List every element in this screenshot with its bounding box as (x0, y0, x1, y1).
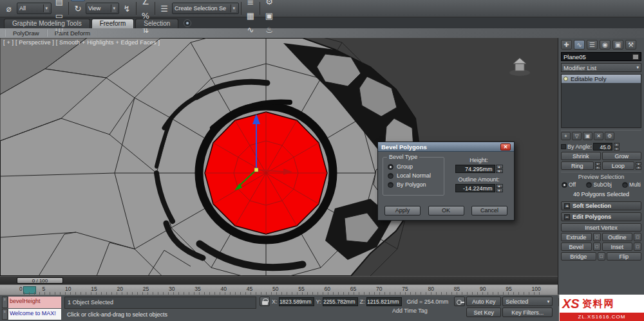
soft-selection-rollout[interactable]: + Soft Selection (561, 201, 641, 210)
ring-button[interactable]: Ring (561, 161, 594, 170)
key-mode-dropdown[interactable]: Selected ▾ (502, 297, 553, 306)
radio-icon[interactable] (388, 182, 393, 188)
selection-filter-dropdown[interactable]: All ▾ (17, 3, 52, 14)
dialog-titlebar[interactable]: Bevel Polygons ✕ (378, 142, 514, 152)
plus-icon[interactable]: + (564, 203, 570, 209)
layer-manager-icon[interactable]: ≣ (243, 0, 258, 8)
bridge-settings-icon[interactable]: □ (598, 252, 605, 261)
radio-icon[interactable] (388, 164, 393, 170)
graphite-ribbon-icon[interactable]: ▦ (243, 8, 258, 23)
coord-z-input[interactable]: 1215.821mm (366, 297, 402, 306)
motion-tab-icon[interactable]: ◉ (600, 40, 611, 50)
named-selection-set-dropdown[interactable]: Create Selection Se ▾ (172, 3, 239, 14)
preview-off-option[interactable]: Off (562, 181, 576, 188)
curve-editor-icon[interactable]: ∿ (243, 23, 258, 37)
set-key-button[interactable]: Set Key (466, 307, 501, 317)
bevel-settings-icon[interactable]: □ (593, 243, 601, 251)
selection-lock-icon[interactable] (260, 297, 270, 306)
listener-macro-line[interactable]: bevelHeight (8, 297, 61, 308)
auto-key-button[interactable]: Auto Key (466, 297, 501, 306)
bevel-button[interactable]: Bevel (561, 243, 592, 251)
outline-amount-input[interactable]: -14.224mm (455, 184, 495, 192)
preview-subobj-option[interactable]: SubObj (586, 181, 611, 188)
radio-icon[interactable] (586, 182, 592, 188)
apply-button[interactable]: Apply (384, 206, 421, 216)
tab-freeform[interactable]: Freeform (91, 19, 135, 28)
inset-settings-icon[interactable]: □ (634, 243, 641, 251)
remove-modifier-icon[interactable]: ✕ (594, 132, 603, 140)
height-input[interactable]: 74.295mm (455, 165, 495, 173)
cancel-button[interactable]: Cancel (471, 206, 507, 216)
extrude-settings-icon[interactable]: □ (593, 233, 601, 241)
lightbulb-icon[interactable] (564, 77, 568, 81)
listener-output-line[interactable]: Welcome to MAX! (8, 309, 61, 320)
make-unique-icon[interactable]: ▣ (583, 132, 592, 140)
radio-local-normal[interactable]: Local Normal (388, 172, 439, 179)
render-setup-icon[interactable]: ⚙ (262, 0, 276, 8)
reference-coordinate-dropdown[interactable]: View ▾ (86, 3, 119, 14)
listener-macro-button[interactable]: ≡ (2, 297, 8, 308)
key-filters-button[interactable]: Key Filters... (502, 307, 553, 317)
perspective-viewport[interactable]: [ + ] [ Perspective ] [ Smooth + Highlig… (0, 38, 558, 276)
select-by-name-icon[interactable]: ▤ (52, 0, 66, 8)
radio-icon[interactable] (622, 182, 628, 188)
object-color-swatch[interactable] (632, 54, 639, 60)
extrude-button[interactable]: Extrude (561, 233, 592, 241)
utilities-tab-icon[interactable]: ⚒ (625, 40, 636, 50)
pin-stack-icon[interactable]: ⌖ (561, 132, 571, 140)
flip-button[interactable]: Flip (607, 252, 642, 261)
set-keys-icon[interactable] (454, 297, 465, 306)
create-tab-icon[interactable]: ✚ (561, 40, 572, 50)
modifier-list-dropdown[interactable]: Modifier List ▾ (561, 63, 641, 72)
maxscript-mini-listener[interactable]: ≡ ≡ bevelHeight Welcome to MAX! (2, 297, 61, 320)
add-time-tag[interactable]: Add Time Tag (392, 307, 428, 314)
configure-modifier-sets-icon[interactable]: ⚙ (605, 132, 614, 140)
edit-named-selection-sets-icon[interactable]: ☰ (157, 1, 171, 15)
outline-settings-icon[interactable]: □ (634, 233, 641, 241)
timeline-ruler[interactable]: 0510152025303540455055606570758085909510… (0, 284, 558, 295)
radio-group[interactable]: Group (388, 163, 439, 170)
coord-y-input[interactable]: 2255.782mm (323, 297, 358, 306)
by-angle-checkbox[interactable] (561, 144, 566, 149)
close-icon[interactable]: ✕ (500, 143, 511, 151)
time-slider-handle[interactable]: 0 / 100 (17, 277, 63, 284)
loop-spinner[interactable]: ▲▼ (636, 162, 641, 170)
insert-vertex-button[interactable]: Insert Vertex (561, 223, 641, 232)
by-angle-spinner[interactable]: ▲▼ (614, 143, 620, 151)
listener-script-button[interactable]: ≡ (2, 309, 8, 320)
tab-graphite-modeling-tools[interactable]: Graphite Modeling Tools (4, 19, 90, 28)
outline-button[interactable]: Outline (602, 233, 633, 241)
loop-button[interactable]: Loop (602, 161, 635, 170)
outline-spinner[interactable]: ▲▼ (496, 184, 503, 192)
modify-tab-icon[interactable]: ∿ (574, 40, 585, 50)
minus-icon[interactable]: − (564, 214, 570, 220)
track-bar[interactable]: 0 / 100 (0, 276, 558, 284)
bridge-button[interactable]: Bridge (561, 252, 596, 261)
radio-icon[interactable] (388, 173, 393, 179)
unlink-selection-icon[interactable]: ⌀ (2, 1, 16, 15)
preview-multi-option[interactable]: Multi (622, 181, 641, 188)
ring-spinner[interactable]: ▲▼ (595, 162, 601, 170)
shrink-button[interactable]: Shrink (561, 152, 601, 160)
select-and-rotate-icon[interactable]: ↻ (71, 1, 85, 15)
ok-button[interactable]: OK (428, 206, 464, 216)
radio-icon[interactable] (562, 182, 567, 188)
render-production-icon[interactable]: ♨ (262, 23, 276, 37)
subtab-polydraw[interactable]: PolyDraw (5, 30, 47, 37)
rendered-frame-window-icon[interactable]: ▣ (262, 8, 276, 23)
inset-button[interactable]: Inset (602, 243, 633, 251)
coord-x-input[interactable]: 1823.589mm (279, 297, 314, 306)
subtab-paint-deform[interactable]: Paint Deform (47, 30, 98, 37)
angle-snap-icon[interactable]: ∠ (138, 0, 153, 8)
by-angle-input[interactable]: 45.0 (593, 143, 612, 151)
ribbon-config-icon[interactable] (184, 19, 191, 27)
modifier-stack[interactable]: Editable Poly (561, 74, 641, 128)
select-and-manipulate-icon[interactable]: ↯ (120, 1, 134, 15)
viewport-label[interactable]: [ + ] [ Perspective ] [ Smooth + Highlig… (3, 39, 160, 46)
tab-selection[interactable]: Selection (135, 19, 178, 28)
grow-button[interactable]: Grow (602, 152, 642, 160)
radio-by-polygon[interactable]: By Polygon (388, 181, 439, 188)
stack-entry-editable-poly[interactable]: Editable Poly (562, 75, 641, 83)
height-spinner[interactable]: ▲▼ (496, 165, 503, 173)
display-tab-icon[interactable]: ▣ (612, 40, 623, 50)
